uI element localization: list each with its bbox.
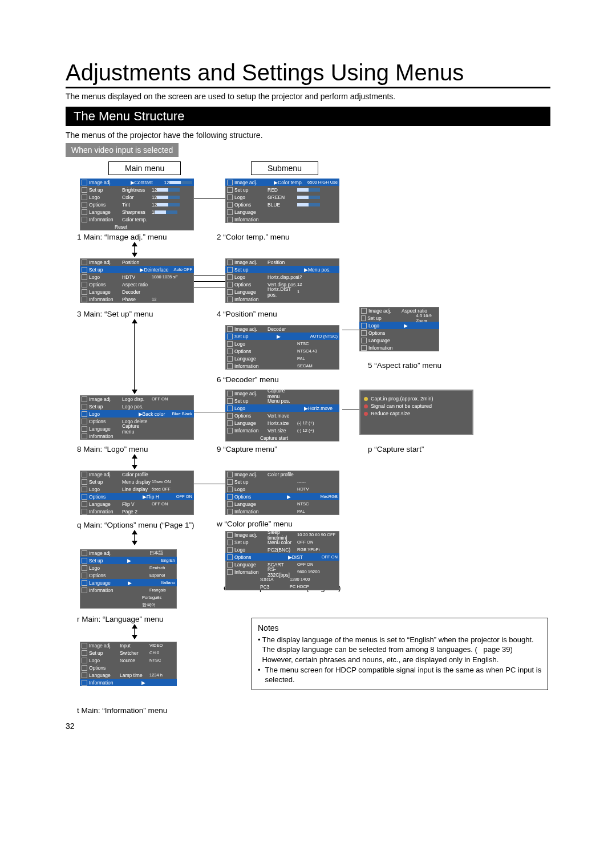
nav-label: Language [234, 420, 268, 426]
setting-label: Menu color [268, 540, 297, 545]
nav-label: Language [368, 338, 402, 343]
caption: r Main: “Language” menu [77, 615, 164, 623]
svg-rect-9 [155, 210, 166, 214]
arrow-icon [134, 242, 135, 257]
menu-icon [227, 494, 233, 500]
menu-row: SXGA1280 1400 [225, 576, 339, 583]
connector [342, 330, 359, 330]
setting-label: Color profile [268, 472, 297, 477]
nav-label: Image adj. [89, 472, 122, 477]
setting-value: 5sec OFF [152, 487, 171, 492]
menu-image-adj: Image adj.▶Contrast12Set upBrightness12L… [80, 179, 194, 230]
chevron-right-icon: ▶ [402, 323, 408, 329]
setting-value: 12 [152, 187, 157, 193]
menu-icon [227, 428, 233, 433]
setting-label: Decoder [122, 289, 152, 295]
page-title: Adjustments and Settings Using Menus [66, 60, 550, 88]
menu-icon [82, 426, 87, 432]
menu-row: Set up▶Menu pos. [225, 266, 339, 273]
menu-icon [227, 540, 233, 545]
svg-rect-7 [157, 203, 168, 206]
connector [194, 412, 225, 412]
setting-value: NTSC4.43 [297, 348, 317, 354]
setting-label: Horiz.DIST pos. [268, 286, 297, 298]
menu-row: InformationVert.size(-) 12 (+) [225, 427, 339, 434]
menu-icon [82, 282, 87, 287]
setting-label: Menu display [122, 479, 152, 485]
arrow-icon [134, 530, 135, 545]
nav-label: Logo [89, 565, 120, 571]
menu-icon [227, 217, 233, 222]
nav-label: Information [234, 428, 268, 433]
nav-label: Set up [234, 334, 268, 339]
menu-icon [82, 289, 87, 295]
menu-icon [82, 209, 87, 215]
page-number: 32 [66, 722, 75, 731]
nav-label: Image adj. [89, 396, 122, 402]
menu-row: LogoGREEN [225, 193, 339, 201]
menu-icon [82, 672, 87, 678]
main-menu-label: Main menu [108, 161, 181, 175]
nav-label: Language [234, 209, 268, 215]
chevron-right-icon: ▶ [302, 267, 308, 273]
setting-value: Português [142, 595, 161, 600]
setting-label: Brightness [122, 187, 152, 193]
nav-label: Logo [89, 194, 122, 200]
menu-icon [227, 274, 233, 280]
menu-row: Options▶DISTOFF ON [225, 553, 339, 561]
menu-icon [227, 194, 233, 200]
menu-position: Image adj.PositionSet up▶Menu pos.LogoHo… [225, 258, 339, 303]
nav-label: Image adj. [234, 180, 268, 185]
setting-value: 한국어 [142, 602, 156, 608]
nav-label: Set up [234, 540, 268, 545]
menu-row: Set up4:3 16:9 Zoom [359, 314, 439, 322]
menu-row: Image adj.InputVIDEO [80, 642, 177, 649]
menu-colorprof: Image adj.Color profileSet up------LogoH… [225, 471, 339, 515]
menu-icon [227, 562, 233, 568]
setting-label: Position [268, 260, 297, 265]
menu-icon [227, 363, 233, 369]
setting-label: Decoder [268, 326, 297, 332]
setting-label: Switcher [120, 650, 149, 656]
menu-icon [227, 479, 233, 485]
menu-row: Image adj.日本語 [80, 549, 177, 557]
menu-icon [82, 267, 87, 273]
menu-icon [82, 297, 87, 302]
menu-icon [361, 323, 367, 329]
menu-icon [82, 587, 87, 593]
menu-row: Image adj.▶Color temp.6500 HIGH Use [225, 179, 339, 186]
setting-label: Back color [143, 411, 172, 417]
menu-icon [227, 297, 233, 302]
menu-decoder: Image adj.DecoderSet up▶AUTO (NTSC)LogoN… [225, 325, 339, 370]
chevron-right-icon: ▶ [271, 180, 278, 185]
menu-row: Image adj.Logo disp.OFF ON [80, 395, 194, 403]
menu-icon [361, 330, 367, 336]
menu-row: OptionsEspañol [80, 572, 177, 579]
setting-label: Phase [122, 297, 152, 302]
setting-label: RS-232C[bps] [268, 566, 297, 578]
nav-label: Image adj. [234, 391, 268, 396]
setting-value: Auto OFF [173, 267, 192, 272]
menu-icon [227, 569, 233, 575]
caption: 8 Main: “Logo” menu [77, 445, 148, 453]
nav-label: Information [234, 297, 268, 302]
chevron-right-icon: ▶ [302, 406, 308, 411]
notes-box: Notes • The display language of the menu… [252, 618, 548, 690]
menu-icon [227, 406, 233, 411]
setting-label: Flip H [147, 494, 176, 500]
nav-label: Options [89, 573, 120, 578]
nav-label: Information [89, 297, 122, 302]
menu-icon [227, 267, 233, 273]
nav-label: Information [89, 433, 122, 439]
menu-icon [227, 356, 233, 362]
setting-label: Lamp time [120, 672, 149, 678]
menu-information: Image adj.InputVIDEOSet upSwitcherCH:0Lo… [80, 642, 177, 686]
setting-value: Blue Black [172, 411, 192, 416]
arrow-icon [134, 455, 135, 469]
notes-text: However, certain phrases and nouns, etc.… [262, 655, 499, 664]
nav-label: Set up [89, 479, 122, 485]
setting-label: Contrast [135, 180, 164, 185]
menu-icon [227, 501, 233, 507]
menu-icon [361, 338, 367, 343]
menu-row: Options [80, 664, 177, 671]
